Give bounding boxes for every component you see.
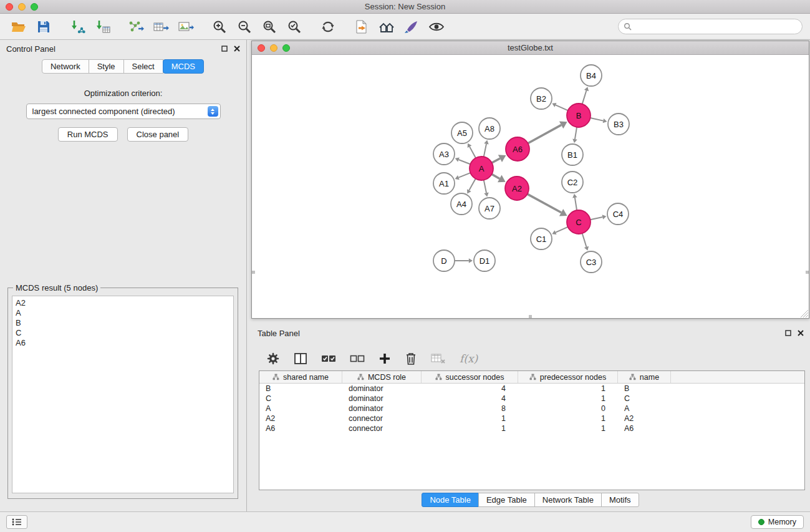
column-header-MCDS-role[interactable]: MCDS role <box>342 371 422 383</box>
zoom-window-button[interactable] <box>31 3 38 11</box>
home-button[interactable] <box>377 17 397 37</box>
search-input[interactable] <box>635 22 797 31</box>
graph-node-A1[interactable]: A1 <box>433 173 455 194</box>
tab-edge-table[interactable]: Edge Table <box>478 493 535 507</box>
save-session-button[interactable] <box>34 17 54 37</box>
graph-node-C1[interactable]: C1 <box>531 228 552 249</box>
zoom-selected-button[interactable] <box>284 17 304 37</box>
graph-edge-B-B4[interactable] <box>582 87 589 104</box>
zoom-in-button[interactable] <box>210 17 229 37</box>
network-graph[interactable]: B4B2BB3A8A5A6A3B1AC2A1A2A4A7C4CC1DD1C3 <box>252 55 809 317</box>
graph-edge-A6-B[interactable] <box>528 122 567 143</box>
graph-edge-B-B2[interactable] <box>552 103 567 110</box>
function-builder-button[interactable]: f(x) <box>460 352 478 365</box>
graph-edge-A-A6[interactable] <box>492 155 506 163</box>
close-table-panel-button[interactable] <box>798 330 804 336</box>
network-zoom-button[interactable] <box>282 44 290 52</box>
graph-node-C3[interactable]: C3 <box>581 251 602 273</box>
graph-node-C2[interactable]: C2 <box>562 172 583 193</box>
graph-edge-D-D1[interactable] <box>455 258 473 263</box>
float-table-panel-button[interactable] <box>785 330 791 336</box>
graph-node-A[interactable]: A <box>470 157 493 180</box>
graph-edge-C-C2[interactable] <box>572 194 577 210</box>
deselect-all-button[interactable] <box>350 354 365 363</box>
tab-network[interactable]: Network <box>42 59 89 74</box>
graph-node-C[interactable]: C <box>567 210 591 234</box>
graph-node-A2[interactable]: A2 <box>505 177 529 200</box>
graph-edge-A-A4[interactable] <box>467 179 476 194</box>
graph-node-A5[interactable]: A5 <box>451 122 473 143</box>
close-mcds-panel-button[interactable]: Close panel <box>127 127 189 142</box>
document-arrow-button[interactable] <box>352 17 372 37</box>
graph-edge-C-C4[interactable] <box>591 215 607 220</box>
tab-motifs[interactable]: Motifs <box>601 493 639 507</box>
table-row-a6[interactable]: A6connector11A6 <box>259 423 804 433</box>
tab-node-table[interactable]: Node Table <box>422 493 479 507</box>
resize-grip-icon[interactable] <box>801 310 808 317</box>
graph-edge-C-C3[interactable] <box>582 233 589 251</box>
graph-edge-A-A5[interactable] <box>468 143 476 158</box>
graph-edge-A2-C[interactable] <box>528 194 567 216</box>
memory-button[interactable]: Memory <box>751 515 804 529</box>
column-header-successor-nodes[interactable]: successor nodes <box>422 371 518 383</box>
graph-edge-A-A7[interactable] <box>484 180 489 197</box>
zoom-out-button[interactable] <box>234 17 254 37</box>
graph-node-D1[interactable]: D1 <box>474 250 495 271</box>
delete-column-button[interactable] <box>405 352 417 365</box>
tab-select[interactable]: Select <box>123 59 163 74</box>
column-header-shared-name[interactable]: shared name <box>259 371 342 383</box>
tab-style[interactable]: Style <box>89 59 124 74</box>
graph-node-B2[interactable]: B2 <box>531 88 552 109</box>
show-columns-button[interactable] <box>294 352 307 365</box>
select-all-button[interactable] <box>321 354 336 363</box>
graph-node-B4[interactable]: B4 <box>581 65 602 86</box>
graph-node-D[interactable]: D <box>433 250 455 271</box>
import-network-button[interactable] <box>67 17 87 37</box>
add-column-button[interactable] <box>378 352 391 365</box>
mcds-result-item-a2[interactable]: A2 <box>16 298 230 308</box>
graph-edge-A-A1[interactable] <box>455 173 471 180</box>
graph-edge-A-A3[interactable] <box>455 157 471 164</box>
graph-edge-B-B1[interactable] <box>572 127 577 143</box>
import-table-button[interactable] <box>92 17 112 37</box>
show-graphics-details-button[interactable] <box>427 17 446 37</box>
refresh-layout-button[interactable] <box>318 17 338 37</box>
clear-table-button[interactable] <box>431 352 446 365</box>
mcds-result-item-b[interactable]: B <box>16 318 230 328</box>
network-close-button[interactable] <box>258 44 265 52</box>
graph-node-A6[interactable]: A6 <box>506 137 529 161</box>
graph-node-A8[interactable]: A8 <box>479 118 500 139</box>
graph-node-A3[interactable]: A3 <box>433 143 455 165</box>
network-canvas[interactable]: B4B2BB3A8A5A6A3B1AC2A1A2A4A7C4CC1DD1C3 <box>252 55 809 318</box>
table-settings-button[interactable] <box>266 352 280 365</box>
table-row-c[interactable]: Cdominator41C <box>259 394 804 404</box>
network-minimize-button[interactable] <box>270 44 277 52</box>
graph-edge-A-A2[interactable] <box>492 174 506 182</box>
graph-node-B3[interactable]: B3 <box>608 114 629 135</box>
export-network-button[interactable] <box>126 17 146 37</box>
criterion-dropdown[interactable]: largest connected component (directed) <box>26 104 221 119</box>
task-history-button[interactable] <box>6 515 27 529</box>
tab-mcds[interactable]: MCDS <box>163 59 204 74</box>
close-window-button[interactable] <box>6 3 13 11</box>
mcds-result-item-a[interactable]: A <box>16 308 230 318</box>
table-row-a[interactable]: Adominator80A <box>259 404 804 414</box>
tab-network-table[interactable]: Network Table <box>534 493 602 507</box>
mcds-result-item-c[interactable]: C <box>16 328 230 338</box>
close-panel-button[interactable] <box>234 46 240 52</box>
graph-node-C4[interactable]: C4 <box>607 203 629 225</box>
minimize-window-button[interactable] <box>18 3 26 11</box>
zoom-fit-button[interactable] <box>259 17 279 37</box>
float-panel-button[interactable] <box>221 46 228 52</box>
graph-node-A4[interactable]: A4 <box>451 193 472 215</box>
table-row-b[interactable]: Bdominator41B <box>259 384 804 394</box>
table-row-a2[interactable]: A2connector11A2 <box>259 414 804 423</box>
graph-node-A7[interactable]: A7 <box>479 198 500 219</box>
run-mcds-button[interactable]: Run MCDS <box>58 127 118 142</box>
graph-node-B[interactable]: B <box>567 104 591 127</box>
export-table-button[interactable] <box>151 17 171 37</box>
export-image-button[interactable] <box>176 17 196 37</box>
mcds-result-item-a6[interactable]: A6 <box>16 338 230 348</box>
open-file-button[interactable] <box>9 17 29 37</box>
graph-edge-B-B3[interactable] <box>591 118 607 123</box>
